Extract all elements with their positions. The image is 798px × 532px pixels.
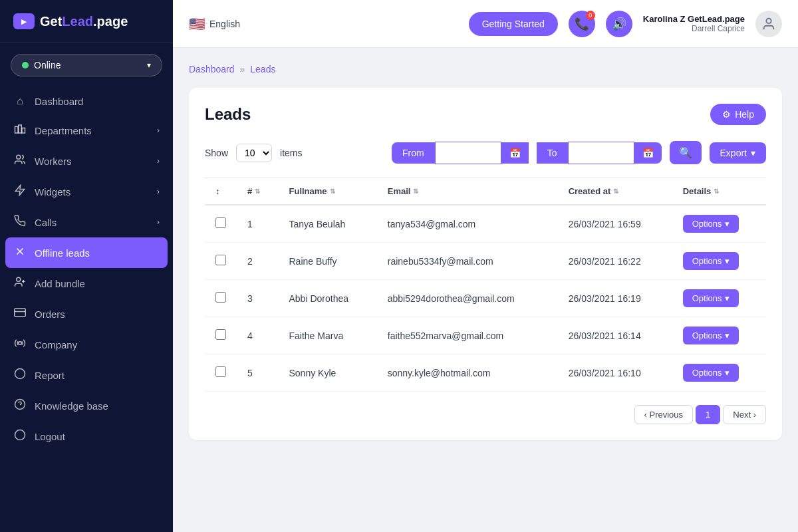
row-options-cell: Options ▾ — [672, 243, 766, 280]
row-checkbox-cell[interactable] — [205, 205, 237, 243]
sidebar-item-offline-leads[interactable]: Offline leads — [5, 237, 168, 268]
row-checkbox[interactable] — [215, 366, 226, 377]
language-selector[interactable]: 🇺🇸 English — [189, 16, 240, 32]
row-checkbox[interactable] — [215, 217, 226, 228]
col-sort[interactable]: ↕ — [205, 178, 237, 205]
sidebar-item-departments[interactable]: Departments › — [0, 115, 173, 146]
volume-button[interactable]: 🔊 — [606, 11, 632, 37]
options-label: Options — [692, 293, 722, 303]
sidebar-item-company[interactable]: Company — [0, 329, 173, 360]
sidebar-item-label: Add bundle — [35, 278, 85, 289]
row-num: 3 — [237, 280, 279, 317]
sidebar-item-add-bundle[interactable]: Add bundle — [0, 268, 173, 299]
sidebar-item-label: Offline leads — [35, 247, 90, 259]
items-per-page-select[interactable]: 10 25 50 — [236, 144, 272, 162]
to-calendar-icon[interactable]: 📅 — [634, 142, 662, 164]
col-fullname-label: Fullname — [289, 186, 327, 196]
col-email[interactable]: Email ⇅ — [377, 178, 558, 205]
status-button[interactable]: Online ▾ — [11, 54, 162, 76]
row-num: 5 — [237, 354, 279, 392]
row-created-at: 26/03/2021 16:14 — [558, 317, 672, 354]
options-button[interactable]: Options ▾ — [683, 327, 739, 344]
sort-icon: ⇅ — [330, 188, 335, 195]
options-button[interactable]: Options ▾ — [683, 289, 739, 307]
previous-button[interactable]: ‹ Previous — [634, 405, 694, 424]
col-email-label: Email — [388, 186, 411, 196]
page-title: Leads — [205, 105, 251, 124]
options-button[interactable]: Options ▾ — [683, 215, 739, 233]
options-button[interactable]: Options ▾ — [683, 364, 739, 382]
row-checkbox-cell[interactable] — [205, 317, 237, 354]
sidebar-item-knowledge-base[interactable]: Knowledge base — [0, 390, 173, 421]
col-fullname[interactable]: Fullname ⇅ — [279, 178, 377, 205]
chevron-right-icon: › — [157, 126, 160, 135]
row-checkbox[interactable] — [215, 292, 226, 303]
widgets-icon — [13, 184, 27, 199]
row-created-at: 26/03/2021 16:19 — [558, 280, 672, 317]
row-checkbox[interactable] — [215, 329, 226, 340]
chevron-down-icon: ▾ — [751, 148, 755, 158]
row-email: rainebu5334fy@mail.com — [377, 243, 558, 280]
chevron-down-icon: ▾ — [725, 331, 730, 340]
row-checkbox-cell[interactable] — [205, 354, 237, 392]
options-button[interactable]: Options ▾ — [683, 252, 739, 270]
sidebar-item-workers[interactable]: Workers › — [0, 146, 173, 176]
from-calendar-icon[interactable]: 📅 — [501, 142, 529, 164]
sidebar-item-label: Report — [35, 370, 65, 381]
svg-marker-4 — [15, 186, 25, 196]
getting-started-button[interactable]: Getting Started — [469, 12, 558, 36]
sidebar-item-dashboard[interactable]: ⌂ Dashboard — [0, 87, 173, 115]
from-date-group: From 📅 — [392, 142, 529, 164]
language-label: English — [209, 19, 240, 29]
table-row: 1 Tanya Beulah tanya534@gmal.com 26/03/2… — [205, 205, 766, 243]
logo-get: Get — [40, 14, 62, 29]
sidebar: ▶ GetLead.page Online ▾ ⌂ Dashboard Depa… — [0, 0, 173, 532]
col-num[interactable]: # ⇅ — [237, 178, 279, 205]
col-created-label: Created at — [569, 186, 611, 196]
col-details[interactable]: Details ⇅ — [672, 178, 766, 205]
report-icon — [13, 368, 27, 382]
show-label: Show — [205, 148, 228, 158]
row-fullname: Raine Buffy — [279, 243, 377, 280]
export-button[interactable]: Export ▾ — [710, 142, 766, 164]
table-row: 4 Faithe Marva faithe552marva@gmail.com … — [205, 317, 766, 354]
sidebar-item-widgets[interactable]: Widgets › — [0, 176, 173, 207]
sort-icon: ⇅ — [714, 188, 719, 195]
sidebar-item-orders[interactable]: Orders — [0, 299, 173, 329]
company-icon — [13, 337, 27, 352]
help-icon: ⚙ — [722, 109, 731, 120]
col-num-label: # — [247, 186, 252, 196]
search-button[interactable]: 🔍 — [670, 141, 702, 164]
row-checkbox[interactable] — [215, 255, 226, 265]
departments-icon — [13, 123, 27, 138]
table-row: 5 Sonny Kyle sonny.kyle@hotmail.com 26/0… — [205, 354, 766, 392]
from-date-input[interactable] — [435, 142, 501, 164]
row-fullname: Abbi Dorothea — [279, 280, 377, 317]
to-date-input[interactable] — [568, 142, 634, 164]
page-1-button[interactable]: 1 — [696, 405, 720, 424]
row-options-cell: Options ▾ — [672, 354, 766, 392]
sort-icon: ⇅ — [613, 188, 618, 195]
row-checkbox-cell[interactable] — [205, 280, 237, 317]
sidebar-item-label: Orders — [35, 309, 65, 320]
row-email: faithe552marva@gmail.com — [377, 317, 558, 354]
row-checkbox-cell[interactable] — [205, 243, 237, 280]
next-button[interactable]: Next › — [723, 405, 766, 424]
to-button[interactable]: To — [537, 142, 568, 164]
breadcrumb-dashboard[interactable]: Dashboard — [189, 64, 235, 74]
user-info: Karolina Z GetLead.page Darrell Caprice — [643, 14, 745, 33]
user-name: Karolina Z GetLead.page — [643, 14, 745, 24]
svg-rect-0 — [15, 126, 19, 133]
row-email: sonny.kyle@hotmail.com — [377, 354, 558, 392]
sidebar-item-report[interactable]: Report — [0, 360, 173, 390]
avatar[interactable] — [755, 11, 782, 37]
phone-button[interactable]: 📞 0 — [569, 11, 595, 37]
sort-icon: ↕ — [215, 186, 220, 196]
col-created-at[interactable]: Created at ⇅ — [558, 178, 672, 205]
from-button[interactable]: From — [392, 142, 435, 164]
help-button[interactable]: ⚙ Help — [710, 104, 766, 125]
sidebar-item-logout[interactable]: Logout — [0, 421, 173, 452]
pagination: ‹ Previous 1 Next › — [205, 405, 766, 424]
panel-header: Leads ⚙ Help — [205, 104, 766, 125]
sidebar-item-calls[interactable]: Calls › — [0, 207, 173, 237]
